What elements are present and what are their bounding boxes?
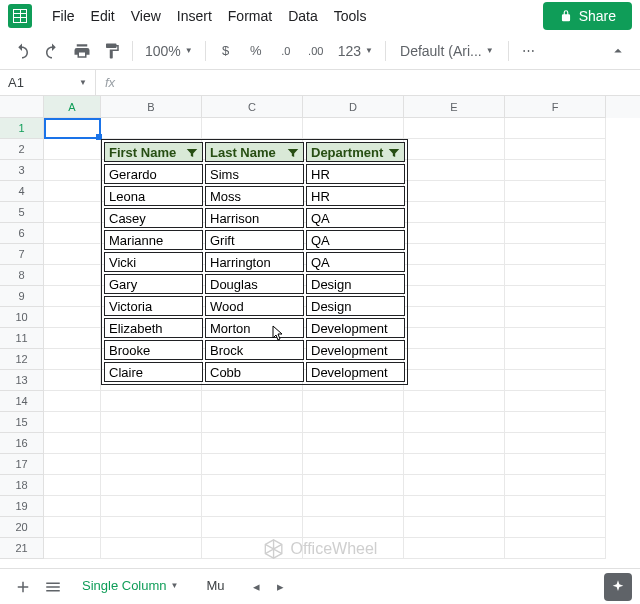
table-cell[interactable]: Wood — [205, 296, 304, 316]
cell[interactable] — [101, 538, 202, 559]
row-header[interactable]: 12 — [0, 349, 44, 370]
cell[interactable] — [202, 454, 303, 475]
cell[interactable] — [505, 223, 606, 244]
table-cell[interactable]: Vicki — [104, 252, 203, 272]
cell[interactable] — [303, 118, 404, 139]
row-header[interactable]: 21 — [0, 538, 44, 559]
table-cell[interactable]: Grift — [205, 230, 304, 250]
cell[interactable] — [101, 118, 202, 139]
cell[interactable] — [44, 118, 101, 139]
table-cell[interactable]: HR — [306, 186, 405, 206]
table-cell[interactable]: QA — [306, 230, 405, 250]
undo-button[interactable] — [8, 38, 36, 64]
cell[interactable] — [44, 538, 101, 559]
row-header[interactable]: 11 — [0, 328, 44, 349]
cell[interactable] — [505, 391, 606, 412]
cell[interactable] — [101, 517, 202, 538]
cell[interactable] — [44, 517, 101, 538]
col-header-f[interactable]: F — [505, 96, 606, 118]
cell[interactable] — [404, 538, 505, 559]
table-header[interactable]: Department — [306, 142, 405, 162]
row-header[interactable]: 2 — [0, 139, 44, 160]
cell[interactable] — [202, 475, 303, 496]
cell[interactable] — [404, 433, 505, 454]
row-header[interactable]: 17 — [0, 454, 44, 475]
menu-tools[interactable]: Tools — [326, 4, 375, 28]
cell[interactable] — [303, 454, 404, 475]
cell[interactable] — [202, 538, 303, 559]
cell[interactable] — [202, 517, 303, 538]
table-cell[interactable]: QA — [306, 208, 405, 228]
cell[interactable] — [44, 391, 101, 412]
cell[interactable] — [44, 139, 101, 160]
menu-format[interactable]: Format — [220, 4, 280, 28]
cell[interactable] — [404, 202, 505, 223]
cell[interactable] — [505, 307, 606, 328]
row-header[interactable]: 7 — [0, 244, 44, 265]
cell[interactable] — [44, 412, 101, 433]
cell[interactable] — [44, 244, 101, 265]
row-header[interactable]: 19 — [0, 496, 44, 517]
row-header[interactable]: 13 — [0, 370, 44, 391]
menu-file[interactable]: File — [44, 4, 83, 28]
cell[interactable] — [404, 412, 505, 433]
cell[interactable] — [404, 286, 505, 307]
table-cell[interactable]: Victoria — [104, 296, 203, 316]
cell[interactable] — [505, 181, 606, 202]
currency-button[interactable]: $ — [212, 38, 240, 64]
table-cell[interactable]: Douglas — [205, 274, 304, 294]
cell[interactable] — [44, 223, 101, 244]
cell[interactable] — [44, 160, 101, 181]
table-cell[interactable]: Cobb — [205, 362, 304, 382]
cell[interactable] — [101, 391, 202, 412]
cell[interactable] — [505, 349, 606, 370]
table-cell[interactable]: Design — [306, 274, 405, 294]
collapse-toolbar-button[interactable] — [604, 38, 632, 64]
row-header[interactable]: 1 — [0, 118, 44, 139]
cell[interactable] — [202, 118, 303, 139]
cell[interactable] — [202, 496, 303, 517]
cell[interactable] — [404, 391, 505, 412]
add-sheet-button[interactable] — [8, 573, 38, 601]
all-sheets-button[interactable] — [38, 573, 68, 601]
cell[interactable] — [404, 454, 505, 475]
cell[interactable] — [101, 454, 202, 475]
cell[interactable] — [505, 496, 606, 517]
col-header-d[interactable]: D — [303, 96, 404, 118]
cell[interactable] — [44, 202, 101, 223]
cell[interactable] — [505, 370, 606, 391]
more-tools-button[interactable]: ⋯ — [515, 38, 543, 64]
cell[interactable] — [404, 265, 505, 286]
cell[interactable] — [505, 265, 606, 286]
table-cell[interactable]: Leona — [104, 186, 203, 206]
table-cell[interactable]: Development — [306, 318, 405, 338]
cell[interactable] — [44, 328, 101, 349]
cell[interactable] — [505, 475, 606, 496]
cell[interactable] — [505, 202, 606, 223]
filter-icon[interactable] — [387, 146, 401, 160]
cell[interactable] — [404, 328, 505, 349]
cell[interactable] — [101, 496, 202, 517]
cell[interactable] — [404, 139, 505, 160]
col-header-a[interactable]: A — [44, 96, 101, 118]
cell[interactable] — [505, 139, 606, 160]
row-header[interactable]: 9 — [0, 286, 44, 307]
table-cell[interactable]: Claire — [104, 362, 203, 382]
cell[interactable] — [44, 307, 101, 328]
cell[interactable] — [505, 118, 606, 139]
cell[interactable] — [505, 517, 606, 538]
col-header-b[interactable]: B — [101, 96, 202, 118]
cell[interactable] — [303, 517, 404, 538]
dec-decrease-button[interactable]: .0 — [272, 38, 300, 64]
table-cell[interactable]: Development — [306, 362, 405, 382]
table-cell[interactable]: Brooke — [104, 340, 203, 360]
share-button[interactable]: Share — [543, 2, 632, 30]
cell[interactable] — [202, 391, 303, 412]
dec-increase-button[interactable]: .00 — [302, 38, 330, 64]
table-cell[interactable]: Brock — [205, 340, 304, 360]
cell[interactable] — [404, 160, 505, 181]
cell[interactable] — [505, 433, 606, 454]
cell[interactable] — [505, 244, 606, 265]
cell[interactable] — [303, 433, 404, 454]
table-cell[interactable]: QA — [306, 252, 405, 272]
